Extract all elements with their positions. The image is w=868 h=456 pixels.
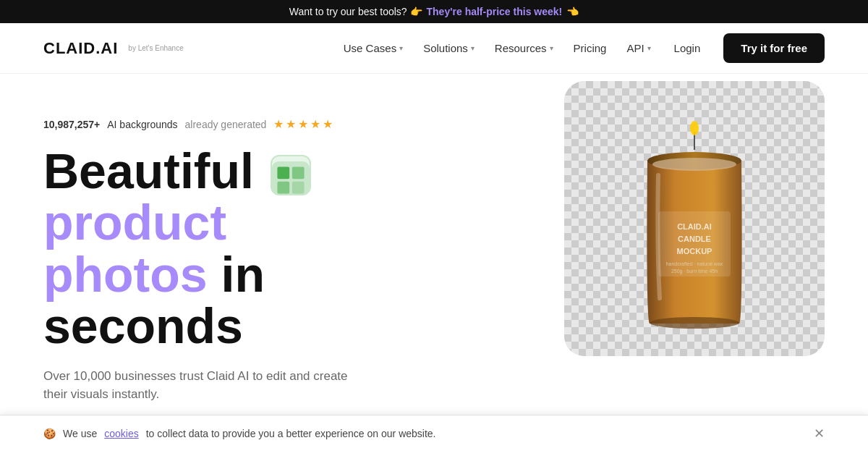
cookie-text: We use (63, 428, 97, 439)
cookie-emoji: 🍪 (43, 428, 56, 439)
hero-product-image: CLAID.AI CANDLE MOCKUP handcrafted · nat… (564, 81, 839, 371)
star-5: ★ (323, 117, 333, 131)
chevron-down-icon: ▾ (471, 44, 475, 52)
svg-rect-1 (277, 166, 289, 179)
top-banner: Want to try our best tools? 👉 They're ha… (0, 0, 868, 23)
cookie-close-button[interactable]: ✕ (814, 426, 825, 442)
stats-already: already generated (185, 119, 267, 130)
svg-text:handcrafted · natural wax: handcrafted · natural wax (666, 261, 723, 266)
chevron-down-icon: ▾ (647, 44, 651, 52)
headline-product: product (43, 195, 226, 250)
star-1: ★ (273, 117, 284, 131)
star-rating: ★ ★ ★ ★ ★ (273, 117, 333, 131)
svg-point-15 (650, 317, 739, 329)
nav-links: Use Cases ▾ Solutions ▾ Resources ▾ Pric… (344, 42, 651, 54)
chevron-down-icon: ▾ (550, 44, 553, 52)
svg-rect-3 (277, 182, 289, 194)
svg-rect-2 (292, 166, 305, 179)
hero-headline: Beautiful product photos in seconds (43, 145, 463, 352)
candle-image: CLAID.AI CANDLE MOCKUP handcrafted · nat… (622, 117, 767, 334)
nav-item-resources[interactable]: Resources ▾ (495, 42, 553, 54)
hero-stats: 10,987,257+ AI backgrounds already gener… (43, 117, 463, 131)
hero-subtext: Over 10,000 businesses trust Claid AI to… (43, 367, 354, 404)
cookie-link[interactable]: cookies (104, 428, 138, 439)
headline-photos: photos (43, 247, 208, 302)
login-button[interactable]: Login (674, 42, 701, 54)
stats-count: 10,987,257+ (43, 119, 100, 130)
stats-label: AI backgrounds (107, 119, 177, 130)
product-box: CLAID.AI CANDLE MOCKUP handcrafted · nat… (564, 81, 825, 356)
hero-content: 10,987,257+ AI backgrounds already gener… (43, 103, 463, 452)
nav-item-api[interactable]: API ▾ (626, 42, 650, 54)
hero-section: 10,987,257+ AI backgrounds already gener… (0, 74, 868, 452)
svg-text:CANDLE: CANDLE (678, 235, 711, 243)
navbar: CLAID.AI by Let's Enhance Use Cases ▾ So… (0, 23, 868, 74)
star-3: ★ (298, 117, 308, 131)
nav-item-use-cases[interactable]: Use Cases ▾ (344, 42, 403, 54)
banner-text: Want to try our best tools? 👉 (289, 6, 422, 17)
cookie-banner: 🍪 We use cookies to collect data to prov… (0, 415, 868, 452)
nav-item-pricing[interactable]: Pricing (574, 42, 607, 54)
star-4: ★ (310, 117, 320, 131)
banner-emoji: 👈 (566, 6, 579, 17)
svg-point-6 (690, 121, 699, 135)
logo-text: CLAID.AI (43, 39, 118, 58)
headline-beautiful: Beautiful (43, 143, 254, 198)
svg-point-8 (652, 158, 736, 171)
chevron-down-icon: ▾ (399, 44, 403, 52)
svg-rect-9 (658, 211, 731, 276)
banner-link[interactable]: They're half-price this week! (427, 6, 563, 17)
star-2: ★ (286, 117, 296, 131)
nav-item-solutions[interactable]: Solutions ▾ (423, 42, 475, 54)
logo-sub: by Let's Enhance (128, 44, 183, 52)
logo: CLAID.AI by Let's Enhance (43, 39, 184, 58)
svg-text:250g · burn time 45h: 250g · burn time 45h (671, 269, 718, 274)
headline-emoji-icon (271, 155, 311, 195)
svg-text:CLAID.AI: CLAID.AI (677, 222, 712, 231)
svg-text:MOCKUP: MOCKUP (677, 247, 712, 256)
cookie-text2: to collect data to provide you a better … (146, 428, 436, 439)
svg-rect-4 (292, 182, 305, 194)
try-free-button[interactable]: Try it for free (723, 33, 825, 63)
